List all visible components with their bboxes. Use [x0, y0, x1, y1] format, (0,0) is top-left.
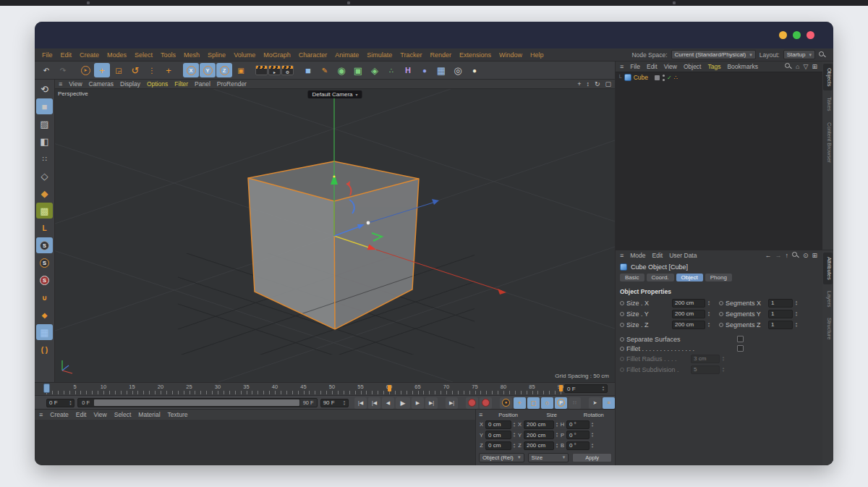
- add-material-view-icon[interactable]: ▦: [433, 63, 449, 77]
- add-camera-icon[interactable]: ◎: [450, 63, 466, 77]
- viewport-menu-filter[interactable]: Filter: [174, 80, 188, 88]
- add-cube-icon[interactable]: ■: [300, 63, 316, 77]
- viewport-menu-prorender[interactable]: ProRender: [217, 80, 247, 88]
- anim-dot-icon[interactable]: [620, 347, 624, 351]
- position-y-field[interactable]: 0 cm: [485, 431, 511, 439]
- menu-render[interactable]: Render: [430, 51, 451, 59]
- viewport-menu-view[interactable]: View: [69, 80, 82, 88]
- anim-dot-icon[interactable]: [719, 312, 723, 316]
- panel-tab-layers[interactable]: Layers: [823, 287, 833, 312]
- panel-tab-structure[interactable]: Structure: [823, 313, 833, 344]
- workplane-icon[interactable]: ▦: [36, 324, 53, 340]
- position-z-field[interactable]: 0 cm: [485, 441, 511, 450]
- menu-extensions[interactable]: Extensions: [459, 51, 491, 59]
- search-icon[interactable]: [792, 252, 799, 259]
- objects-menu-view[interactable]: View: [664, 63, 677, 70]
- viewport-menu-icon[interactable]: ≡: [59, 80, 62, 88]
- cube-object-icon[interactable]: [624, 74, 631, 81]
- minimize-button[interactable]: [779, 31, 787, 39]
- texture-mode-icon[interactable]: ▨: [36, 116, 53, 132]
- object-list[interactable]: └ Cube ✓ ∴: [616, 72, 822, 250]
- back-icon[interactable]: ←: [765, 252, 771, 259]
- stepper-icon[interactable]: ▲▼: [602, 386, 605, 391]
- attr-menu-edit[interactable]: Edit: [652, 252, 663, 259]
- menu-simulate[interactable]: Simulate: [367, 51, 392, 59]
- model-mode-icon[interactable]: ■: [36, 98, 53, 114]
- attr-tab-object[interactable]: Object: [676, 274, 703, 281]
- coord-size-dropdown[interactable]: Size ▾: [528, 453, 569, 462]
- objects-menu-bookmarks[interactable]: Bookmarks: [727, 63, 758, 70]
- viewport-menu-display[interactable]: Display: [120, 80, 140, 88]
- stepper-icon[interactable]: ▲▼: [591, 422, 594, 428]
- size-y-field[interactable]: 200 cm: [524, 431, 554, 439]
- polygons-mode-icon[interactable]: ◆: [36, 185, 53, 201]
- home-icon[interactable]: ⌂: [796, 63, 799, 70]
- attr-tab-basic[interactable]: Basic: [620, 274, 644, 281]
- menu-modes[interactable]: Modes: [107, 51, 127, 59]
- menu-mesh[interactable]: Mesh: [184, 51, 200, 59]
- make-editable-icon[interactable]: ⟲: [36, 81, 53, 97]
- lock-icon[interactable]: ⊙: [803, 252, 809, 259]
- zoom-view-icon[interactable]: ↕: [586, 80, 590, 88]
- animation-layers-button[interactable]: ≡: [603, 397, 615, 409]
- key-rotation-toggle[interactable]: ○: [541, 397, 553, 409]
- fillet-checkbox[interactable]: [737, 345, 744, 352]
- menu-animate[interactable]: Animate: [335, 51, 359, 59]
- axis-mode-icon[interactable]: L: [36, 220, 53, 236]
- workplane-mode-icon[interactable]: ◧: [36, 133, 53, 149]
- key-position-toggle[interactable]: +: [514, 397, 526, 409]
- object-row[interactable]: └ Cube ✓ ∴: [616, 72, 822, 82]
- phong-tag-icon[interactable]: ∴: [674, 75, 678, 81]
- add-volume-icon[interactable]: ∴: [383, 63, 399, 77]
- viewport-menu-panel[interactable]: Panel: [195, 80, 210, 88]
- render-picture-viewer-icon[interactable]: ▸: [268, 65, 281, 75]
- panel-tab-objects[interactable]: Objects: [823, 64, 833, 90]
- tweak-mode-icon[interactable]: ▩: [36, 203, 53, 219]
- objects-menu-tags[interactable]: Tags: [707, 63, 720, 70]
- stepper-icon[interactable]: ▲▼: [707, 311, 710, 317]
- timeline-marker-60[interactable]: [388, 385, 391, 391]
- viewport-canvas[interactable]: [55, 89, 615, 382]
- stepper-icon[interactable]: ▲▼: [591, 443, 594, 449]
- stepper-icon[interactable]: ▲▼: [795, 322, 798, 328]
- node-space-dropdown[interactable]: Current (Standard/Physical) ▾: [671, 50, 756, 59]
- toggle-view-icon[interactable]: ▢: [605, 80, 611, 88]
- segments-z-field[interactable]: 1: [768, 321, 793, 329]
- anim-dot-icon[interactable]: [620, 312, 624, 316]
- up-icon[interactable]: ↑: [785, 252, 788, 259]
- add-field-icon[interactable]: H: [400, 63, 416, 77]
- menu-window[interactable]: Window: [499, 51, 522, 59]
- filter-icon[interactable]: ▽: [804, 63, 809, 70]
- snap-mode-icon[interactable]: S: [36, 255, 53, 271]
- autokeying-button[interactable]: [480, 397, 492, 409]
- menu-tracker[interactable]: Tracker: [400, 51, 422, 59]
- layer-box-icon[interactable]: [655, 75, 660, 80]
- render-view-icon[interactable]: [255, 65, 268, 75]
- rotation-h-field[interactable]: 0 °: [566, 420, 590, 429]
- material-manager[interactable]: ≡ CreateEditViewSelectMaterialTexture: [35, 409, 475, 465]
- stepper-icon[interactable]: ▲▼: [513, 422, 516, 428]
- modeling-plus-icon[interactable]: +: [161, 63, 176, 77]
- key-parameter-toggle[interactable]: P: [555, 397, 567, 409]
- goto-end-button[interactable]: ▶|: [446, 397, 458, 409]
- new-panel-icon[interactable]: ⊞: [812, 252, 817, 259]
- viewport-menu-cameras[interactable]: Cameras: [89, 80, 114, 88]
- material-menu-create[interactable]: Create: [50, 411, 69, 418]
- brackets-icon[interactable]: ( ): [36, 342, 53, 357]
- size-y-field[interactable]: 200 cm: [672, 310, 705, 318]
- rotate-view-icon[interactable]: ↻: [595, 80, 600, 88]
- anim-dot-icon[interactable]: [719, 323, 723, 327]
- search-icon[interactable]: [819, 51, 826, 59]
- rotate-tool-icon[interactable]: ↺: [127, 63, 143, 77]
- layout-dropdown[interactable]: Startup ▾: [783, 50, 815, 59]
- prev-key-button[interactable]: |◀: [368, 397, 380, 409]
- magnet-icon[interactable]: ∪: [36, 289, 53, 305]
- scale-tool-icon[interactable]: ◲: [111, 63, 127, 77]
- add-light-icon[interactable]: ●: [467, 63, 482, 77]
- add-spline-icon[interactable]: ✎: [317, 63, 333, 77]
- material-menu-material[interactable]: Material: [138, 411, 160, 418]
- next-key-button[interactable]: ▶|: [425, 397, 438, 409]
- prev-frame-button[interactable]: ◀: [382, 397, 394, 409]
- current-frame-field[interactable]: 0 F ▲▼: [46, 399, 75, 407]
- panel-tab-content-browser[interactable]: Content Browser: [823, 118, 833, 167]
